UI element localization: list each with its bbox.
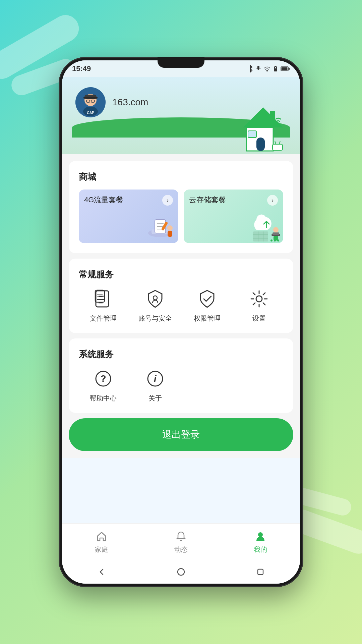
about-icon-wrap: i [143, 367, 167, 390]
svg-point-43 [274, 239, 276, 241]
help-icon-wrap: ? [92, 367, 115, 390]
svg-text:GAP: GAP [87, 111, 94, 115]
shop-title: 商城 [79, 171, 283, 183]
svg-rect-20 [273, 144, 283, 150]
svg-rect-31 [168, 231, 172, 237]
phone-frame: 15:49 [59, 57, 303, 587]
regular-services-title: 常规服务 [79, 269, 283, 280]
svg-text:i: i [154, 373, 157, 384]
nav-item-home[interactable]: 家庭 [62, 530, 141, 554]
nav-item-profile[interactable]: 我的 [221, 530, 300, 554]
house-illustration [236, 101, 290, 154]
settings-label: 设置 [252, 314, 266, 323]
shop-item-4g-arrow: › [162, 195, 173, 206]
shop-item-cloud[interactable]: 云存储套餐 › [184, 190, 283, 243]
permission-management-label: 权限管理 [194, 314, 221, 323]
permission-management-icon [197, 289, 217, 309]
svg-point-19 [277, 122, 279, 124]
wifi-icon [264, 66, 270, 71]
permission-icon-wrap [195, 287, 219, 311]
svg-rect-45 [96, 291, 109, 307]
service-item-about[interactable]: i 关于 [131, 367, 179, 403]
svg-point-38 [273, 227, 279, 232]
header-section: GAP 163.com [62, 77, 300, 154]
svg-rect-4 [282, 67, 288, 70]
notch [158, 57, 204, 68]
svg-marker-15 [243, 107, 283, 127]
account-icon-wrap [143, 287, 167, 311]
svg-rect-1 [274, 68, 277, 71]
svg-point-53 [153, 296, 157, 300]
bell-nav-icon [174, 530, 188, 543]
bottom-nav: 家庭 动态 我的 [62, 523, 300, 560]
svg-point-44 [277, 239, 279, 241]
svg-point-54 [256, 296, 262, 302]
system-service-grid: ? 帮助中心 i [79, 367, 283, 403]
screen: 15:49 [62, 60, 300, 584]
svg-rect-12 [83, 97, 98, 99]
svg-rect-18 [248, 131, 256, 138]
profile-nav-label: 我的 [254, 545, 267, 554]
help-center-label: 帮助中心 [90, 394, 117, 403]
shop-item-4g[interactable]: 4G流量套餐 › [79, 190, 178, 243]
main-content: 商城 4G流量套餐 › [62, 154, 300, 458]
recents-button[interactable] [254, 565, 267, 579]
scroll-area[interactable]: GAP 163.com [62, 77, 300, 523]
system-services-title: 系统服务 [79, 348, 283, 360]
file-icon-wrap [92, 287, 115, 311]
nav-item-activity[interactable]: 动态 [141, 530, 221, 554]
service-item-help[interactable]: ? 帮助中心 [79, 367, 127, 403]
svg-text:?: ? [100, 373, 106, 384]
shop-item-4g-label: 4G流量套餐 [84, 195, 123, 205]
shop-item-cloud-arrow: › [267, 195, 278, 206]
shop-card: 商城 4G流量套餐 › [69, 161, 293, 253]
about-label: 关于 [148, 394, 162, 403]
file-management-label: 文件管理 [90, 314, 117, 323]
svg-point-30 [167, 225, 173, 231]
svg-point-60 [178, 569, 184, 575]
logout-button[interactable]: 退出登录 [69, 418, 293, 451]
svg-point-42 [270, 239, 273, 241]
person-nav-icon [254, 530, 267, 543]
settings-icon [249, 289, 269, 309]
svg-rect-61 [258, 569, 263, 575]
home-button[interactable] [174, 565, 188, 579]
mute-icon [256, 65, 261, 72]
svg-point-59 [258, 532, 263, 537]
bluetooth-icon [248, 65, 253, 72]
regular-service-grid: 文件管理 账号与安全 [79, 287, 283, 323]
home-nav-icon [95, 530, 108, 543]
svg-rect-40 [273, 232, 279, 235]
shop-grid: 4G流量套餐 › [79, 190, 283, 243]
system-nav-bar [62, 560, 300, 584]
shop-item-cloud-label: 云存储套餐 [189, 195, 226, 205]
battery-icon [281, 66, 290, 71]
file-management-icon [93, 289, 113, 309]
shop-cloud-illustration [250, 210, 283, 243]
svg-rect-33 [253, 231, 268, 241]
help-center-icon: ? [93, 369, 113, 389]
svg-line-21 [275, 141, 276, 144]
status-icons [248, 65, 290, 72]
svg-rect-16 [270, 111, 275, 121]
service-item-file[interactable]: 文件管理 [79, 287, 127, 323]
shop-4g-illustration [145, 210, 178, 243]
lock-icon [273, 66, 278, 72]
service-item-account[interactable]: 账号与安全 [131, 287, 179, 323]
service-item-permission[interactable]: 权限管理 [183, 287, 231, 323]
system-services-card: 系统服务 ? 帮助中心 [69, 338, 293, 413]
settings-icon-wrap [247, 287, 271, 311]
service-item-settings[interactable]: 设置 [235, 287, 283, 323]
regular-services-card: 常规服务 [69, 259, 293, 333]
svg-rect-17 [256, 138, 265, 151]
status-time: 15:49 [72, 64, 91, 73]
username: 163.com [112, 97, 148, 108]
account-security-icon [145, 289, 165, 309]
about-icon: i [145, 369, 165, 389]
svg-rect-3 [289, 68, 290, 70]
back-button[interactable] [95, 565, 108, 579]
svg-line-22 [279, 141, 280, 144]
avatar[interactable]: GAP [75, 87, 106, 117]
account-security-label: 账号与安全 [138, 314, 172, 323]
home-nav-label: 家庭 [95, 545, 108, 554]
